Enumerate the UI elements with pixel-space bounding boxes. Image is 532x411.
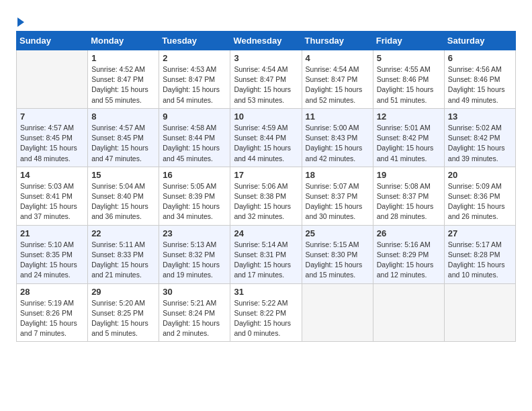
day-number: 23 bbox=[163, 228, 226, 238]
day-number: 29 bbox=[91, 287, 155, 297]
day-info: Sunrise: 4:57 AM Sunset: 8:45 PM Dayligh… bbox=[91, 123, 155, 164]
calendar-cell: 1Sunrise: 4:52 AM Sunset: 8:47 PM Daylig… bbox=[88, 50, 159, 109]
calendar-week-row: 1Sunrise: 4:52 AM Sunset: 8:47 PM Daylig… bbox=[17, 50, 516, 109]
weekday-header-monday: Monday bbox=[88, 32, 159, 50]
day-number: 6 bbox=[448, 53, 512, 63]
calendar-week-row: 28Sunrise: 5:19 AM Sunset: 8:26 PM Dayli… bbox=[17, 283, 516, 342]
weekday-header-sunday: Sunday bbox=[17, 32, 88, 50]
day-number: 24 bbox=[234, 228, 298, 238]
calendar-table: SundayMondayTuesdayWednesdayThursdayFrid… bbox=[16, 31, 516, 342]
day-number: 5 bbox=[377, 53, 441, 63]
calendar-header: SundayMondayTuesdayWednesdayThursdayFrid… bbox=[17, 32, 516, 50]
calendar-cell: 30Sunrise: 5:21 AM Sunset: 8:24 PM Dayli… bbox=[159, 283, 230, 342]
day-number: 2 bbox=[163, 53, 226, 63]
day-info: Sunrise: 5:17 AM Sunset: 8:28 PM Dayligh… bbox=[448, 240, 512, 281]
calendar-week-row: 21Sunrise: 5:10 AM Sunset: 8:35 PM Dayli… bbox=[17, 225, 516, 283]
weekday-header-thursday: Thursday bbox=[302, 32, 373, 50]
day-info: Sunrise: 5:02 AM Sunset: 8:42 PM Dayligh… bbox=[448, 123, 512, 164]
logo bbox=[16, 16, 24, 27]
day-number: 12 bbox=[377, 111, 441, 122]
day-number: 21 bbox=[20, 228, 84, 238]
calendar-cell: 17Sunrise: 5:06 AM Sunset: 8:38 PM Dayli… bbox=[230, 167, 302, 225]
day-info: Sunrise: 5:16 AM Sunset: 8:29 PM Dayligh… bbox=[377, 240, 441, 281]
calendar-cell: 11Sunrise: 5:00 AM Sunset: 8:43 PM Dayli… bbox=[302, 108, 373, 167]
day-number: 18 bbox=[306, 170, 369, 180]
weekday-header-saturday: Saturday bbox=[444, 32, 515, 50]
day-number: 10 bbox=[234, 111, 298, 122]
calendar-cell: 5Sunrise: 4:55 AM Sunset: 8:46 PM Daylig… bbox=[373, 50, 444, 109]
day-info: Sunrise: 5:09 AM Sunset: 8:36 PM Dayligh… bbox=[448, 181, 512, 222]
day-info: Sunrise: 5:00 AM Sunset: 8:43 PM Dayligh… bbox=[306, 123, 369, 164]
calendar-cell: 6Sunrise: 4:56 AM Sunset: 8:46 PM Daylig… bbox=[444, 50, 515, 109]
day-info: Sunrise: 5:04 AM Sunset: 8:40 PM Dayligh… bbox=[91, 181, 155, 222]
calendar-cell: 29Sunrise: 5:20 AM Sunset: 8:25 PM Dayli… bbox=[88, 283, 159, 342]
day-number: 30 bbox=[163, 287, 226, 297]
calendar-cell: 8Sunrise: 4:57 AM Sunset: 8:45 PM Daylig… bbox=[88, 108, 159, 167]
day-number: 22 bbox=[91, 228, 155, 238]
calendar-cell bbox=[17, 50, 88, 109]
day-info: Sunrise: 5:21 AM Sunset: 8:24 PM Dayligh… bbox=[163, 298, 226, 339]
calendar-week-row: 7Sunrise: 4:57 AM Sunset: 8:45 PM Daylig… bbox=[17, 108, 516, 167]
calendar-cell: 2Sunrise: 4:53 AM Sunset: 8:47 PM Daylig… bbox=[159, 50, 230, 109]
calendar-cell bbox=[302, 283, 373, 342]
day-number: 27 bbox=[448, 228, 512, 238]
day-info: Sunrise: 4:55 AM Sunset: 8:46 PM Dayligh… bbox=[377, 64, 441, 105]
calendar-cell: 18Sunrise: 5:07 AM Sunset: 8:37 PM Dayli… bbox=[302, 167, 373, 225]
page-header bbox=[16, 13, 516, 27]
calendar-cell: 4Sunrise: 4:54 AM Sunset: 8:47 PM Daylig… bbox=[302, 50, 373, 109]
day-info: Sunrise: 4:58 AM Sunset: 8:44 PM Dayligh… bbox=[163, 123, 226, 164]
day-number: 8 bbox=[91, 111, 155, 122]
day-info: Sunrise: 4:52 AM Sunset: 8:47 PM Dayligh… bbox=[91, 64, 155, 105]
calendar-cell: 24Sunrise: 5:14 AM Sunset: 8:31 PM Dayli… bbox=[230, 225, 302, 283]
day-number: 4 bbox=[306, 53, 369, 63]
day-number: 11 bbox=[306, 111, 369, 122]
calendar-body: 1Sunrise: 4:52 AM Sunset: 8:47 PM Daylig… bbox=[17, 50, 516, 342]
calendar-cell: 26Sunrise: 5:16 AM Sunset: 8:29 PM Dayli… bbox=[373, 225, 444, 283]
calendar-cell: 21Sunrise: 5:10 AM Sunset: 8:35 PM Dayli… bbox=[17, 225, 88, 283]
calendar-cell: 25Sunrise: 5:15 AM Sunset: 8:30 PM Dayli… bbox=[302, 225, 373, 283]
calendar-cell: 9Sunrise: 4:58 AM Sunset: 8:44 PM Daylig… bbox=[159, 108, 230, 167]
day-info: Sunrise: 5:06 AM Sunset: 8:38 PM Dayligh… bbox=[234, 181, 298, 222]
day-info: Sunrise: 5:08 AM Sunset: 8:37 PM Dayligh… bbox=[377, 181, 441, 222]
day-number: 28 bbox=[20, 287, 84, 297]
day-info: Sunrise: 5:15 AM Sunset: 8:30 PM Dayligh… bbox=[306, 240, 369, 281]
day-info: Sunrise: 4:53 AM Sunset: 8:47 PM Dayligh… bbox=[163, 64, 226, 105]
day-info: Sunrise: 5:03 AM Sunset: 8:41 PM Dayligh… bbox=[20, 181, 84, 222]
day-info: Sunrise: 4:56 AM Sunset: 8:46 PM Dayligh… bbox=[448, 64, 512, 105]
weekday-header-wednesday: Wednesday bbox=[230, 32, 302, 50]
day-number: 3 bbox=[234, 53, 298, 63]
calendar-cell: 3Sunrise: 4:54 AM Sunset: 8:47 PM Daylig… bbox=[230, 50, 302, 109]
day-info: Sunrise: 5:13 AM Sunset: 8:32 PM Dayligh… bbox=[163, 240, 226, 281]
day-info: Sunrise: 4:57 AM Sunset: 8:45 PM Dayligh… bbox=[20, 123, 84, 164]
day-info: Sunrise: 4:54 AM Sunset: 8:47 PM Dayligh… bbox=[234, 64, 298, 105]
day-number: 13 bbox=[448, 111, 512, 122]
day-info: Sunrise: 5:14 AM Sunset: 8:31 PM Dayligh… bbox=[234, 240, 298, 281]
calendar-cell: 19Sunrise: 5:08 AM Sunset: 8:37 PM Dayli… bbox=[373, 167, 444, 225]
calendar-cell: 22Sunrise: 5:11 AM Sunset: 8:33 PM Dayli… bbox=[88, 225, 159, 283]
day-info: Sunrise: 5:01 AM Sunset: 8:42 PM Dayligh… bbox=[377, 123, 441, 164]
day-number: 16 bbox=[163, 170, 226, 180]
weekday-row: SundayMondayTuesdayWednesdayThursdayFrid… bbox=[17, 32, 516, 50]
calendar-week-row: 14Sunrise: 5:03 AM Sunset: 8:41 PM Dayli… bbox=[17, 167, 516, 225]
day-info: Sunrise: 5:05 AM Sunset: 8:39 PM Dayligh… bbox=[163, 181, 226, 222]
day-info: Sunrise: 5:19 AM Sunset: 8:26 PM Dayligh… bbox=[20, 298, 84, 339]
day-number: 14 bbox=[20, 170, 84, 180]
day-info: Sunrise: 5:22 AM Sunset: 8:22 PM Dayligh… bbox=[234, 298, 298, 339]
calendar-cell: 20Sunrise: 5:09 AM Sunset: 8:36 PM Dayli… bbox=[444, 167, 515, 225]
day-number: 9 bbox=[163, 111, 226, 122]
day-info: Sunrise: 5:11 AM Sunset: 8:33 PM Dayligh… bbox=[91, 240, 155, 281]
calendar-cell: 10Sunrise: 4:59 AM Sunset: 8:44 PM Dayli… bbox=[230, 108, 302, 167]
day-info: Sunrise: 5:10 AM Sunset: 8:35 PM Dayligh… bbox=[20, 240, 84, 281]
calendar-cell: 23Sunrise: 5:13 AM Sunset: 8:32 PM Dayli… bbox=[159, 225, 230, 283]
day-info: Sunrise: 5:07 AM Sunset: 8:37 PM Dayligh… bbox=[306, 181, 369, 222]
calendar-cell: 13Sunrise: 5:02 AM Sunset: 8:42 PM Dayli… bbox=[444, 108, 515, 167]
weekday-header-friday: Friday bbox=[373, 32, 444, 50]
day-info: Sunrise: 4:59 AM Sunset: 8:44 PM Dayligh… bbox=[234, 123, 298, 164]
day-number: 25 bbox=[306, 228, 369, 238]
calendar-cell: 27Sunrise: 5:17 AM Sunset: 8:28 PM Dayli… bbox=[444, 225, 515, 283]
day-info: Sunrise: 5:20 AM Sunset: 8:25 PM Dayligh… bbox=[91, 298, 155, 339]
day-number: 26 bbox=[377, 228, 441, 238]
day-number: 31 bbox=[234, 287, 298, 297]
calendar-cell bbox=[444, 283, 515, 342]
day-info: Sunrise: 4:54 AM Sunset: 8:47 PM Dayligh… bbox=[306, 64, 369, 105]
